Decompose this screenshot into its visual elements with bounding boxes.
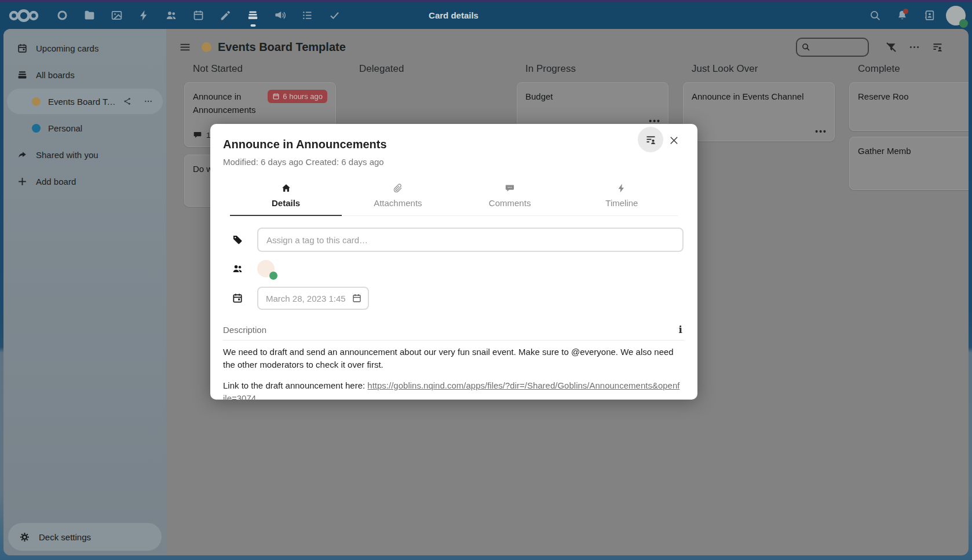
filter-button[interactable] [879, 36, 902, 57]
check-icon [328, 9, 341, 21]
list-icon [301, 9, 313, 21]
due-date-row [232, 287, 685, 310]
paperclip-icon [393, 183, 403, 193]
lightning-icon [616, 183, 627, 193]
app-deck-button[interactable] [239, 2, 266, 29]
sidebar-item-label: Events Board Template [48, 97, 119, 107]
board-color-dot [32, 97, 41, 106]
board-search-box[interactable] [796, 38, 869, 57]
card-title: Announce in Announcements [193, 90, 272, 116]
comment-icon [505, 183, 515, 193]
assignees-row [232, 260, 685, 277]
app-dashboard-button[interactable] [49, 2, 76, 29]
due-date-text-input[interactable] [266, 294, 347, 303]
tab-comments[interactable]: Comments [454, 180, 566, 216]
folder-icon [83, 9, 96, 21]
assignee-avatar[interactable] [257, 260, 275, 277]
column-just-look-over: Just Look Over Announce in Events Channe… [683, 63, 835, 149]
calendar-icon [17, 43, 28, 54]
card-meta: Modified: 6 days ago Created: 6 days ago [223, 157, 685, 167]
card-details-modal: Announce in Announcements Modified: 6 da… [210, 124, 697, 400]
contacts-menu-button[interactable] [916, 2, 943, 29]
search-icon [801, 42, 810, 52]
card-menu-icon[interactable]: ••• [815, 127, 827, 136]
sidebar-item-label: Shared with you [36, 150, 98, 160]
sidebar-item-upcoming-cards[interactable]: Upcoming cards [7, 35, 163, 61]
plus-icon [17, 176, 28, 187]
card-reserve-room[interactable]: Reserve Roo [849, 82, 969, 131]
home-icon [281, 183, 291, 193]
app-calendar-button[interactable] [185, 2, 212, 29]
tab-label: Timeline [605, 198, 638, 208]
info-icon[interactable]: i [677, 324, 685, 335]
due-date-input[interactable] [257, 287, 369, 310]
sidebar-item-label: Add board [36, 177, 76, 186]
sidebar-item-label: Personal [48, 123, 82, 133]
card-details-toggle-icon[interactable] [926, 36, 949, 57]
board-search-input[interactable] [810, 43, 863, 52]
board-title: Events Board Template [218, 41, 346, 54]
app-contacts-button[interactable] [158, 2, 185, 29]
tag-row [232, 228, 685, 252]
card-gather-members[interactable]: Gather Memb [849, 137, 969, 190]
app-activity-button[interactable] [130, 2, 158, 29]
app-photos-button[interactable] [103, 2, 130, 29]
comment-icon [193, 130, 202, 140]
tab-details[interactable]: Details [230, 180, 342, 216]
tab-label: Comments [489, 198, 531, 208]
contact-book-icon [923, 9, 936, 21]
app-notes-button[interactable] [212, 2, 239, 29]
megaphone-icon [274, 9, 286, 21]
board-menu-icon[interactable] [179, 39, 194, 54]
tab-label: Details [272, 198, 300, 208]
tab-attachments[interactable]: Attachments [342, 180, 454, 216]
nextcloud-logo-icon[interactable] [8, 7, 39, 24]
people-icon [165, 9, 177, 21]
close-icon[interactable] [667, 134, 680, 147]
description-label: Description [223, 325, 266, 335]
app-files-button[interactable] [76, 2, 103, 29]
column-complete: Complete Reserve Roo Gather Memb [849, 63, 969, 197]
column-title: In Progress [525, 63, 668, 75]
board-color-dot [202, 42, 211, 52]
user-avatar[interactable] [946, 6, 966, 25]
people-icon [232, 263, 243, 274]
calendar-picker-icon[interactable] [352, 293, 362, 303]
assignee-status-dot [269, 272, 277, 280]
tag-input[interactable] [257, 228, 684, 252]
app-tasks-button[interactable] [294, 2, 321, 29]
card-title: Reserve Roo [858, 90, 969, 103]
column-title: Delegated [359, 63, 502, 75]
sidebar-item-personal-board[interactable]: Personal [7, 115, 163, 141]
app-checks-button[interactable] [321, 2, 348, 29]
unified-search-button[interactable] [861, 2, 889, 29]
deck-settings-button[interactable]: Deck settings [8, 523, 162, 551]
card-title: Announce in Announcements [223, 138, 685, 151]
description-body: We need to draft and send an announcemen… [223, 346, 681, 405]
app-announcements-button[interactable] [266, 2, 294, 29]
deck-icon [247, 9, 259, 21]
sidebar-item-shared-with-you[interactable]: Shared with you [7, 142, 163, 167]
card-details-toggle-icon[interactable] [638, 127, 663, 152]
calendar-icon [232, 292, 243, 304]
deck-settings-label: Deck settings [39, 532, 91, 542]
share-board-icon[interactable] [119, 93, 136, 110]
share-arrow-icon [17, 149, 28, 160]
sidebar-item-all-boards[interactable]: All boards [7, 62, 163, 87]
sidebar-item-add-board[interactable]: Add board [7, 169, 163, 194]
sidebar: Upcoming cards All boards Events Board T… [3, 29, 166, 555]
board-actions-icon[interactable] [902, 36, 926, 57]
tab-timeline[interactable]: Timeline [566, 180, 678, 216]
pencil-icon [220, 9, 232, 21]
board-more-icon[interactable] [140, 93, 157, 110]
description-paragraph: We need to draft and send an announcemen… [223, 346, 681, 371]
modal-tabs: Details Attachments Comments Timeline [230, 180, 678, 216]
notifications-button[interactable] [889, 2, 916, 29]
due-date-badge: 6 hours ago [268, 90, 327, 103]
card-announce-in-events-channel[interactable]: Announce in Events Channel ••• [683, 82, 835, 141]
description-paragraph: Link to the draft announcement here: htt… [223, 379, 681, 405]
column-title: Complete [858, 63, 969, 75]
sidebar-item-label: All boards [36, 70, 75, 80]
sidebar-item-events-board[interactable]: Events Board Template [7, 89, 163, 114]
due-date-text: 6 hours ago [283, 92, 323, 101]
